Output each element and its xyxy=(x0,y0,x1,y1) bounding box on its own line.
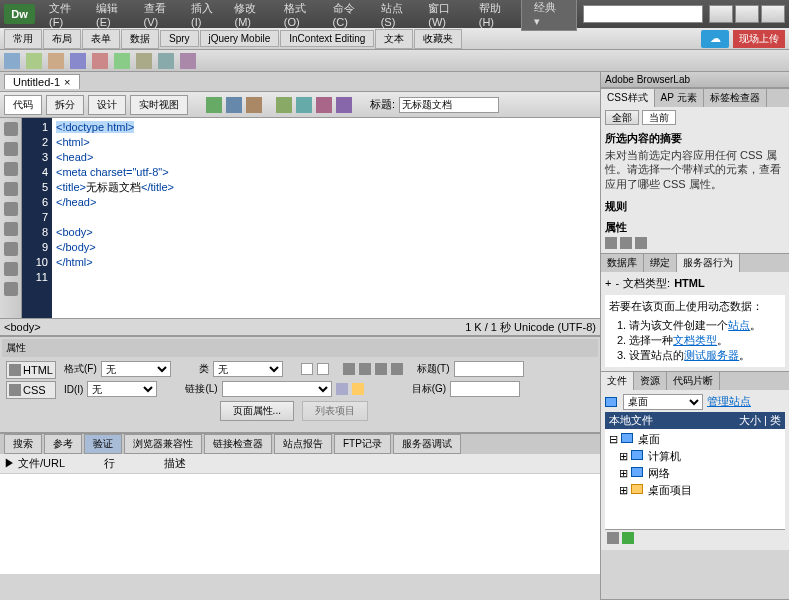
code-tool-icon[interactable] xyxy=(4,142,18,156)
menu-site[interactable]: 站点(S) xyxy=(375,1,423,28)
code-tool-icon[interactable] xyxy=(4,262,18,276)
menu-view[interactable]: 查看(V) xyxy=(138,1,186,28)
css-current-button[interactable]: 当前 xyxy=(642,110,676,125)
tag-inspector-tab[interactable]: 标签检查器 xyxy=(704,89,767,107)
site-select[interactable]: 桌面 xyxy=(623,394,703,410)
props-html-button[interactable]: HTML xyxy=(6,361,56,379)
file-tree[interactable]: ⊟ 桌面 ⊞ 计算机 ⊞ 网络 ⊞ 桌面项目 xyxy=(605,429,785,529)
ap-elements-tab[interactable]: AP 元素 xyxy=(655,89,704,107)
site-link[interactable]: 站点 xyxy=(728,319,750,331)
code-content[interactable]: <!doctype html> <html> <head> <meta char… xyxy=(52,118,600,318)
snippets-tab[interactable]: 代码片断 xyxy=(667,372,720,390)
target-input[interactable] xyxy=(450,381,520,397)
toolbar-icon[interactable] xyxy=(246,97,262,113)
link-target-icon[interactable] xyxy=(336,383,348,395)
code-tool-icon[interactable] xyxy=(4,182,18,196)
menu-window[interactable]: 窗口(W) xyxy=(422,1,473,28)
results-tab-links[interactable]: 链接检查器 xyxy=(204,434,272,454)
manage-sites-link[interactable]: 管理站点 xyxy=(707,394,751,409)
view-design-button[interactable]: 设计 xyxy=(88,95,126,115)
code-tool-icon[interactable] xyxy=(4,282,18,296)
css-tool-icon[interactable] xyxy=(605,237,617,249)
refresh-icon[interactable] xyxy=(622,532,634,544)
plus-icon[interactable]: + xyxy=(605,277,611,289)
css-styles-tab[interactable]: CSS样式 xyxy=(601,89,655,107)
browserlab-header[interactable]: Adobe BrowserLab xyxy=(601,72,789,88)
props-css-button[interactable]: CSS xyxy=(6,381,56,399)
insert-tab-data[interactable]: 数据 xyxy=(121,29,159,49)
class-select[interactable]: 无 xyxy=(213,361,283,377)
files-tab[interactable]: 文件 xyxy=(601,372,634,390)
workspace-selector[interactable]: 经典 ▾ xyxy=(521,0,577,31)
code-tool-icon[interactable] xyxy=(4,222,18,236)
insert-tab-incontext[interactable]: InContext Editing xyxy=(280,30,374,47)
results-tab-validation[interactable]: 验证 xyxy=(84,434,122,454)
bindings-tab[interactable]: 绑定 xyxy=(644,254,677,272)
italic-icon[interactable] xyxy=(317,363,329,375)
insert-icon[interactable] xyxy=(158,53,174,69)
menu-modify[interactable]: 修改(M) xyxy=(228,1,277,28)
bold-icon[interactable] xyxy=(301,363,313,375)
insert-tab-spry[interactable]: Spry xyxy=(160,30,199,47)
link-select[interactable] xyxy=(222,381,332,397)
results-tab-search[interactable]: 搜索 xyxy=(4,434,42,454)
menu-file[interactable]: 文件(F) xyxy=(43,1,90,28)
live-upload-button[interactable]: 现场上传 xyxy=(733,30,785,48)
insert-tab-forms[interactable]: 表单 xyxy=(82,29,120,49)
search-input[interactable] xyxy=(583,5,703,23)
toolbar-icon[interactable] xyxy=(226,97,242,113)
toolbar-icon[interactable] xyxy=(316,97,332,113)
insert-icon[interactable] xyxy=(4,53,20,69)
menu-commands[interactable]: 命令(C) xyxy=(327,1,375,28)
code-tool-icon[interactable] xyxy=(4,162,18,176)
indent-icon[interactable] xyxy=(375,363,387,375)
document-tab[interactable]: Untitled-1 × xyxy=(4,74,80,89)
insert-icon[interactable] xyxy=(92,53,108,69)
insert-icon[interactable] xyxy=(70,53,86,69)
insert-tab-common[interactable]: 常用 xyxy=(4,29,42,49)
insert-icon[interactable] xyxy=(180,53,196,69)
document-tab-close-icon[interactable]: × xyxy=(64,76,70,88)
view-code-button[interactable]: 代码 xyxy=(4,95,42,115)
file-tool-icon[interactable] xyxy=(607,532,619,544)
close-button[interactable]: X xyxy=(761,5,785,23)
insert-icon[interactable] xyxy=(114,53,130,69)
maximize-button[interactable]: □ xyxy=(735,5,759,23)
menu-edit[interactable]: 编辑(E) xyxy=(90,1,138,28)
toolbar-icon[interactable] xyxy=(336,97,352,113)
view-split-button[interactable]: 拆分 xyxy=(46,95,84,115)
menu-help[interactable]: 帮助(H) xyxy=(473,1,521,28)
minimize-button[interactable]: — xyxy=(709,5,733,23)
results-tab-reference[interactable]: 参考 xyxy=(44,434,82,454)
css-all-button[interactable]: 全部 xyxy=(605,110,639,125)
menu-format[interactable]: 格式(O) xyxy=(278,1,327,28)
results-tab-ftp[interactable]: FTP记录 xyxy=(334,434,391,454)
insert-tab-fav[interactable]: 收藏夹 xyxy=(414,29,462,49)
insert-tab-layout[interactable]: 布局 xyxy=(43,29,81,49)
css-tool-icon[interactable] xyxy=(620,237,632,249)
list-icon[interactable] xyxy=(359,363,371,375)
results-tab-server[interactable]: 服务器调试 xyxy=(393,434,461,454)
insert-icon[interactable] xyxy=(26,53,42,69)
format-select[interactable]: 无 xyxy=(101,361,171,377)
toolbar-icon[interactable] xyxy=(206,97,222,113)
insert-tab-jquery[interactable]: jQuery Mobile xyxy=(200,30,280,47)
results-tab-reports[interactable]: 站点报告 xyxy=(274,434,332,454)
doctype-link[interactable]: 文档类型 xyxy=(673,334,717,346)
page-properties-button[interactable]: 页面属性... xyxy=(220,401,294,421)
code-tool-icon[interactable] xyxy=(4,122,18,136)
insert-tab-text[interactable]: 文本 xyxy=(375,29,413,49)
tag-path-body[interactable]: <body> xyxy=(4,321,41,333)
list-icon[interactable] xyxy=(343,363,355,375)
outdent-icon[interactable] xyxy=(391,363,403,375)
assets-tab[interactable]: 资源 xyxy=(634,372,667,390)
toolbar-icon[interactable] xyxy=(276,97,292,113)
id-select[interactable]: 无 xyxy=(87,381,157,397)
title-prop-input[interactable] xyxy=(454,361,524,377)
server-behaviors-tab[interactable]: 服务器行为 xyxy=(677,254,740,272)
insert-icon[interactable] xyxy=(48,53,64,69)
folder-icon[interactable] xyxy=(352,383,364,395)
results-tab-compat[interactable]: 浏览器兼容性 xyxy=(124,434,202,454)
properties-header[interactable]: 属性 xyxy=(2,339,598,357)
title-input[interactable] xyxy=(399,97,499,113)
